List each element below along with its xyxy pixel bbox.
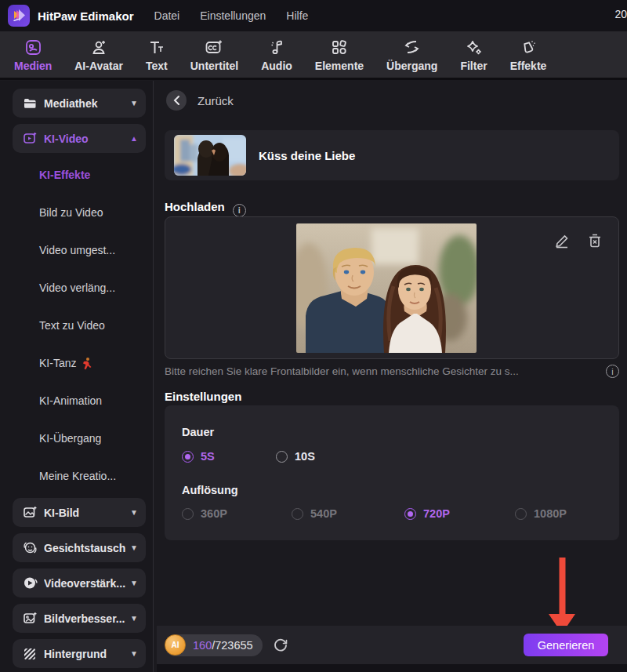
tab-ai-avatar[interactable]: AI-Avatar	[74, 38, 123, 72]
radio-duration-10s[interactable]: 10S	[276, 450, 315, 463]
video-enhance-icon	[22, 576, 38, 591]
menu-einstellungen[interactable]: Einstellungen	[200, 9, 266, 22]
text-icon	[147, 38, 165, 56]
banner-title: Küss deine Liebe	[259, 149, 355, 162]
sidebar-lower-groups: KI-Bild ▼ Gesichtstausch ▼	[13, 498, 153, 672]
faceswap-icon	[22, 540, 38, 556]
background-icon	[22, 646, 38, 662]
menu-datei[interactable]: Datei	[154, 9, 180, 22]
tab-effekte[interactable]: Effekte	[510, 38, 547, 72]
radio-circle	[292, 508, 303, 520]
radio-circle	[515, 508, 527, 520]
dancer-emoji	[82, 357, 93, 370]
credits-text: 160/723655	[193, 639, 253, 652]
sidebar-item-bild-zu-video[interactable]: Bild zu Video	[13, 194, 153, 231]
tab-uebergang[interactable]: Übergang	[386, 38, 437, 72]
upload-actions	[553, 231, 604, 250]
elements-icon	[330, 38, 348, 56]
titlebar: HitPaw Edimakor Datei Einstellungen Hilf…	[0, 0, 627, 31]
upload-dropzone[interactable]	[165, 216, 619, 359]
settings-card: Dauer 5S 10S Auflösung 360P 540P 720P	[165, 405, 619, 540]
credits-pill: AI 160/723655	[165, 634, 263, 656]
sidebar-item-ki-bild[interactable]: KI-Bild ▼	[13, 498, 146, 527]
sidebar-item-hintergrund[interactable]: Hintergrund ▼	[13, 639, 146, 668]
sidebar-item-ki-video[interactable]: KI-Video ▲	[13, 124, 146, 153]
audio-icon	[268, 38, 286, 56]
main-panel: Zurück	[154, 81, 627, 672]
folder-icon	[22, 96, 38, 111]
radio-resolution-1080p[interactable]: 1080P	[515, 507, 567, 520]
app-logo-icon	[8, 5, 30, 27]
uploaded-couple-image	[296, 223, 477, 353]
radio-circle	[182, 508, 194, 520]
media-icon	[24, 38, 42, 56]
radio-resolution-360p[interactable]: 360P	[182, 507, 227, 520]
sidebar-item-video-verlaengern[interactable]: Video verläng...	[13, 269, 153, 307]
ai-coin-icon: AI	[165, 634, 186, 656]
banner-thumbnail-image	[174, 135, 246, 176]
credits-total: /723655	[212, 639, 252, 652]
radio-circle	[276, 451, 288, 463]
settings-section-title: Einstellungen	[165, 390, 241, 403]
avatar-icon	[90, 38, 108, 56]
sidebar-item-videoverstaerker[interactable]: Videoverstärk... ▼	[13, 568, 146, 598]
sidebar-item-ki-animation[interactable]: KI-Animation	[13, 382, 153, 420]
tab-untertitel[interactable]: Untertitel	[190, 38, 238, 72]
tab-text[interactable]: Text	[146, 38, 168, 72]
sidebar-item-text-zu-video[interactable]: Text zu Video	[13, 307, 153, 344]
delete-icon[interactable]	[585, 231, 604, 250]
effects-icon	[520, 38, 538, 56]
sidebar-item-mediathek[interactable]: Mediathek ▼	[13, 89, 146, 118]
sidebar-item-gesichtstausch[interactable]: Gesichtstausch ▼	[13, 533, 146, 562]
duration-label: Dauer	[182, 426, 214, 438]
ai-video-icon	[22, 131, 38, 147]
effect-banner[interactable]: Küss deine Liebe	[165, 130, 619, 180]
transition-icon	[402, 38, 422, 56]
generate-button[interactable]: Generieren	[524, 634, 608, 656]
ai-image-icon	[22, 505, 38, 521]
footer-bar: AI 160/723655 Generieren	[157, 626, 627, 664]
subtitles-icon	[205, 38, 223, 56]
ki-video-sublist: KI-Effekte Bild zu Video Video umgest...…	[13, 156, 153, 495]
app-title: HitPaw Edimakor	[38, 9, 134, 23]
sidebar-item-video-umgestalten[interactable]: Video umgest...	[13, 231, 153, 269]
chevron-up-icon: ▲	[130, 134, 138, 143]
sidebar-item-ki-tanz[interactable]: KI-Tanz	[13, 344, 153, 382]
tab-elemente[interactable]: Elemente	[315, 38, 364, 72]
radio-circle	[404, 508, 416, 520]
credits-used: 160	[193, 639, 212, 652]
chevron-down-icon: ▼	[130, 614, 138, 623]
radio-resolution-720p[interactable]: 720P	[404, 507, 450, 520]
chevron-down-icon: ▼	[130, 579, 138, 587]
radio-resolution-540p[interactable]: 540P	[292, 507, 337, 520]
tab-medien[interactable]: Medien	[14, 38, 52, 72]
tab-filter[interactable]: Filter	[460, 38, 487, 72]
bottom-strip	[157, 664, 627, 672]
info-icon[interactable]: i	[233, 204, 246, 217]
back-row: Zurück	[166, 90, 234, 111]
main-toolbar: Medien AI-Avatar Text	[0, 31, 627, 80]
back-button[interactable]	[166, 90, 187, 111]
resolution-label: Auflösung	[182, 484, 238, 496]
menu-hilfe[interactable]: Hilfe	[286, 9, 308, 22]
radio-circle	[182, 451, 194, 463]
sidebar-item-meine-kreationen[interactable]: Meine Kreatio...	[13, 457, 153, 495]
radio-duration-5s[interactable]: 5S	[182, 450, 215, 463]
refresh-icon[interactable]	[272, 637, 289, 654]
sidebar: Mediathek ▼ KI-Video ▲ KI-Effekte Bild z…	[0, 81, 154, 672]
sidebar-item-ki-effekte[interactable]: KI-Effekte	[13, 156, 153, 194]
chevron-down-icon: ▼	[130, 543, 138, 552]
app-window: HitPaw Edimakor Datei Einstellungen Hilf…	[0, 0, 627, 672]
image-enhance-icon	[22, 611, 38, 627]
chevron-down-icon: ▼	[130, 508, 138, 517]
chevron-down-icon: ▼	[130, 649, 138, 658]
hint-info-icon[interactable]: i	[606, 365, 619, 378]
upload-hint-row: Bitte reichen Sie klare Frontalbilder ei…	[165, 365, 619, 378]
sidebar-item-ki-uebergang[interactable]: KI-Übergang	[13, 420, 153, 457]
chevron-down-icon: ▼	[130, 99, 138, 107]
sidebar-item-bildverbesserung[interactable]: Bildverbesser... ▼	[13, 604, 146, 633]
tab-audio[interactable]: Audio	[261, 38, 292, 72]
filter-icon	[465, 38, 483, 56]
annotation-arrow	[546, 556, 578, 634]
edit-icon[interactable]	[553, 231, 571, 250]
